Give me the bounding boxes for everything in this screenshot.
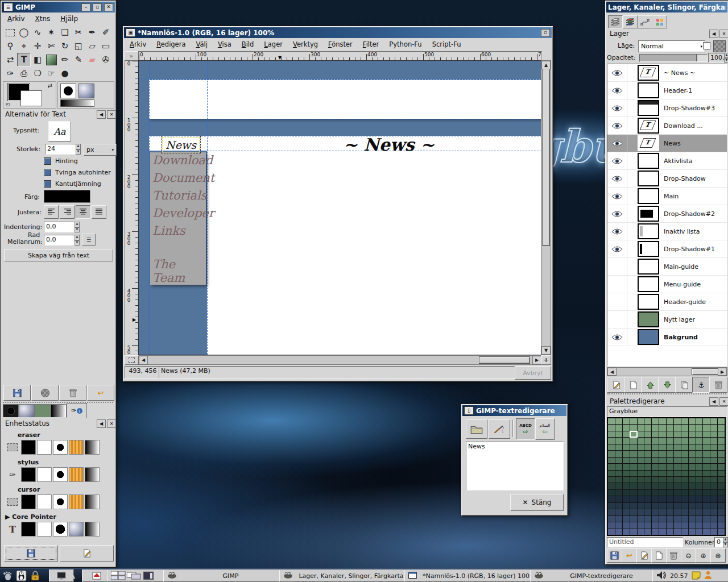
palette-cell[interactable]: [703, 522, 710, 528]
palette-cell[interactable]: [615, 477, 622, 483]
palette-new-button[interactable]: [651, 548, 667, 563]
palette-cell[interactable]: [638, 496, 644, 502]
gradient-cell[interactable]: [85, 494, 100, 509]
palette-cell[interactable]: [638, 444, 644, 450]
visibility-toggle[interactable]: [607, 276, 627, 293]
palette-cell[interactable]: [689, 516, 696, 522]
palette-cell[interactable]: [623, 516, 630, 522]
palette-cell[interactable]: [710, 490, 717, 496]
line-spacing-icon[interactable]: ☰: [82, 234, 96, 246]
palette-cell[interactable]: [608, 464, 615, 469]
options-reset-button[interactable]: ↩: [87, 385, 114, 401]
gradient-cell[interactable]: [85, 440, 100, 455]
palette-cell[interactable]: [710, 516, 717, 522]
workspace-pager[interactable]: [107, 569, 167, 582]
palette-cell[interactable]: [659, 529, 666, 535]
background-swatch[interactable]: [37, 522, 52, 537]
tool-pencil[interactable]: ✏: [58, 53, 72, 66]
palette-cell[interactable]: [681, 444, 688, 450]
palette-cell[interactable]: [689, 438, 696, 443]
palette-cell[interactable]: [689, 418, 696, 424]
maximize-button[interactable]: ▫: [93, 3, 102, 11]
menu-bild[interactable]: Bild: [237, 39, 259, 49]
tool-blur[interactable]: ❍: [31, 66, 44, 80]
visibility-toggle[interactable]: [607, 64, 627, 81]
panel-expand-arrow[interactable]: ▲: [72, 574, 75, 579]
palette-cell[interactable]: [667, 458, 673, 463]
tool-airbrush[interactable]: ✇: [99, 53, 113, 66]
tool-shear[interactable]: ▱: [85, 39, 99, 53]
palette-cell[interactable]: [644, 438, 651, 443]
palette-cell[interactable]: [608, 529, 615, 535]
foreground-swatch[interactable]: [21, 494, 36, 509]
palette-cell[interactable]: [703, 471, 710, 476]
palette-cell[interactable]: [608, 490, 615, 496]
taskbar-button-2[interactable]: Lager, Kanaler, Slingor, Färgkarta: [279, 569, 411, 582]
brush-cell[interactable]: [53, 522, 68, 537]
palette-cell[interactable]: [703, 444, 710, 450]
mode-dropdown[interactable]: Normal▾: [638, 40, 705, 52]
checkbox-icon[interactable]: [44, 169, 51, 176]
tool-crop[interactable]: ✄: [44, 39, 58, 53]
layer-row[interactable]: Nytt lager: [607, 311, 727, 329]
palette-cell[interactable]: [659, 458, 666, 463]
palette-cell[interactable]: [703, 458, 710, 463]
dock-close-icon[interactable]: ✕: [107, 419, 116, 428]
palette-cell[interactable]: [674, 444, 681, 450]
palette-cell[interactable]: [667, 425, 673, 430]
palette-cell[interactable]: [630, 458, 637, 463]
palette-cell[interactable]: [623, 464, 630, 469]
palette-cell[interactable]: [652, 522, 659, 528]
palette-cell[interactable]: [696, 471, 703, 476]
horizontal-ruler[interactable]: 01002003004005006007 ▼: [138, 51, 542, 61]
palette-cell[interactable]: [630, 522, 637, 528]
palette-cell[interactable]: [689, 477, 696, 483]
palette-cell[interactable]: [638, 522, 644, 528]
palette-cell[interactable]: [681, 503, 688, 509]
dock-tab-colormap[interactable]: [652, 15, 667, 28]
layer-row[interactable]: Drop-Shadow: [607, 170, 727, 188]
palette-cell[interactable]: [659, 509, 666, 515]
palette-cell[interactable]: [696, 418, 703, 424]
justify-left-button[interactable]: [44, 205, 59, 219]
dock-back-icon[interactable]: ◀: [97, 110, 106, 119]
palette-cell[interactable]: [703, 464, 710, 469]
palette-cell[interactable]: [681, 490, 688, 496]
tool-clone[interactable]: ⎙: [17, 66, 31, 80]
palette-cell[interactable]: [652, 529, 659, 535]
palette-cell[interactable]: [718, 471, 725, 476]
visibility-toggle[interactable]: [607, 117, 627, 134]
palette-cell[interactable]: [710, 483, 717, 489]
tool-perspective[interactable]: ▭: [99, 39, 113, 53]
palette-cell[interactable]: [644, 425, 651, 430]
palette-cell[interactable]: [696, 490, 703, 496]
palette-cell[interactable]: [703, 509, 710, 515]
options-restore-button[interactable]: [31, 385, 59, 401]
palette-cell[interactable]: [623, 438, 630, 443]
palette-cell[interactable]: [644, 496, 651, 502]
palette-cell[interactable]: [718, 496, 725, 502]
palette-cell[interactable]: [710, 451, 717, 456]
palette-cell[interactable]: [638, 431, 644, 437]
tool-measure[interactable]: ⌖: [17, 39, 31, 53]
palette-cell[interactable]: [615, 418, 622, 424]
palette-cell[interactable]: [703, 483, 710, 489]
palette-cell[interactable]: [718, 464, 725, 469]
drag-handle[interactable]: [607, 393, 726, 394]
palette-cell[interactable]: [689, 496, 696, 502]
palette-cell[interactable]: [674, 503, 681, 509]
quickmask-toggle[interactable]: [125, 355, 139, 365]
palette-cell[interactable]: [667, 444, 673, 450]
vertical-ruler[interactable]: 0100200300400500 ▶: [125, 60, 139, 355]
columns-spinner[interactable]: ▲▼: [723, 537, 728, 547]
palette-cell[interactable]: [638, 483, 644, 489]
pattern-cell[interactable]: [69, 440, 84, 455]
palette-cell[interactable]: [638, 490, 644, 496]
menu-script-fu[interactable]: Script-Fu: [428, 39, 466, 49]
palette-cell[interactable]: [623, 431, 630, 437]
horizontal-scrollbar[interactable]: ◀ ▶: [138, 355, 542, 365]
layer-row[interactable]: Drop-Shadow#1: [607, 240, 727, 258]
foreground-swatch[interactable]: [21, 467, 36, 482]
brush-cell[interactable]: [53, 494, 68, 509]
palette-cell[interactable]: [703, 431, 710, 437]
